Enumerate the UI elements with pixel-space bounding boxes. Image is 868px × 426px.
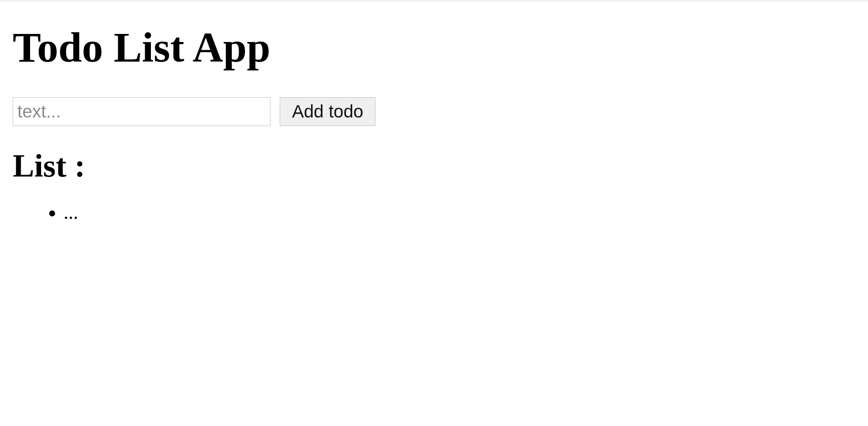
list-item: ... (64, 201, 855, 224)
todo-form: Add todo (13, 97, 855, 126)
todo-input[interactable] (13, 97, 270, 126)
page-title: Todo List App (13, 23, 855, 72)
page-container: Todo List App Add todo List : ... (0, 2, 868, 241)
todo-list: ... (13, 201, 855, 224)
list-heading: List : (13, 147, 855, 184)
add-todo-button[interactable]: Add todo (280, 97, 376, 126)
